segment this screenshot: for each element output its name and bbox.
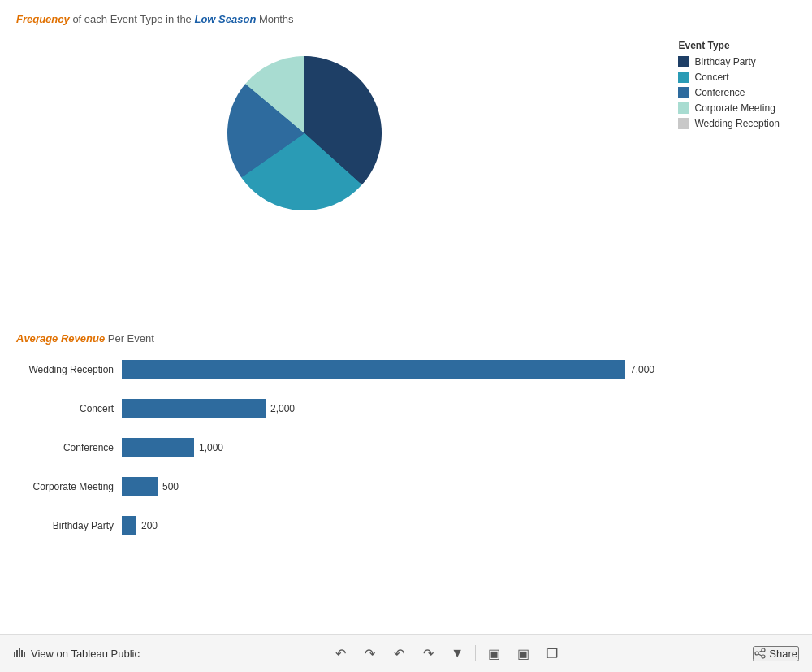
pie-section: Event Type Birthday Party Concert Confer…: [16, 32, 796, 324]
fullscreen-button[interactable]: ❐: [541, 642, 564, 665]
bar-row: Conference1,000: [16, 436, 796, 460]
svg-rect-3: [21, 650, 23, 657]
legend-label-corporate: Corporate Meeting: [694, 102, 775, 114]
view2-button[interactable]: ▣: [512, 642, 534, 665]
bar-section: Average Revenue Per Event Wedding Recept…: [16, 332, 796, 538]
bar-title-suffix: Per Event: [108, 332, 154, 345]
bar-value: 200: [141, 520, 158, 531]
toolbar-left: View on Tableau Public: [13, 647, 140, 660]
svg-rect-0: [14, 652, 15, 657]
share-icon: [754, 648, 766, 659]
undo-button[interactable]: ↶: [329, 642, 352, 665]
svg-point-5: [762, 648, 765, 652]
toolbar-right: Share: [753, 646, 799, 661]
legend-label-concert: Concert: [694, 72, 728, 83]
bar-value: 1,000: [199, 442, 223, 453]
bar-value: 500: [162, 481, 179, 492]
title-suffix: Months: [259, 13, 294, 25]
bar-chart-title: Average Revenue Per Event: [16, 332, 796, 345]
toolbar-divider: [475, 645, 476, 661]
legend-label-conference: Conference: [694, 87, 745, 98]
bar-label: Conference: [16, 442, 122, 453]
pie-chart-container: [219, 48, 390, 222]
bar-row: Birthday Party200: [16, 514, 796, 538]
bar-label: Birthday Party: [16, 520, 122, 531]
view-button[interactable]: ▣: [482, 642, 505, 665]
bar-fill: [122, 477, 158, 496]
legend-color-conference: [678, 87, 689, 98]
svg-point-6: [762, 655, 765, 658]
bar-fill: [122, 438, 194, 457]
share-button[interactable]: Share: [753, 646, 799, 661]
svg-line-8: [758, 651, 762, 652]
bar-chart: Wedding Reception7,000Concert2,000Confer…: [16, 358, 796, 538]
share-label: Share: [769, 648, 797, 660]
dropdown-button[interactable]: ▼: [446, 642, 469, 665]
tableau-link[interactable]: View on Tableau Public: [31, 648, 140, 660]
legend-item-conference: Conference: [678, 87, 780, 98]
bar-value: 7,000: [630, 364, 654, 375]
tableau-icon: [13, 647, 26, 660]
bar-label: Concert: [16, 403, 122, 414]
legend: Event Type Birthday Party Concert Confer…: [678, 40, 780, 133]
bar-row: Concert2,000: [16, 397, 796, 421]
legend-item-birthday: Birthday Party: [678, 56, 780, 67]
legend-item-corporate: Corporate Meeting: [678, 102, 780, 114]
legend-color-corporate: [678, 102, 689, 114]
bar-label: Wedding Reception: [16, 364, 122, 375]
redo2-button[interactable]: ↷: [417, 642, 439, 665]
legend-item-wedding: Wedding Reception: [678, 118, 780, 129]
svg-line-9: [758, 654, 762, 656]
undo2-button[interactable]: ↶: [387, 642, 410, 665]
title-frequency: Frequency: [16, 13, 70, 25]
svg-rect-4: [24, 652, 25, 657]
bar-row: Corporate Meeting500: [16, 475, 796, 499]
bar-track: 7,000: [122, 360, 796, 379]
bar-fill: [122, 516, 136, 535]
pie-chart-title: Frequency of each Event Type in the Low …: [16, 13, 796, 25]
bar-value: 2,000: [270, 403, 295, 414]
legend-color-wedding: [678, 118, 689, 129]
bar-label: Corporate Meeting: [16, 481, 122, 492]
legend-label-birthday: Birthday Party: [694, 56, 755, 67]
legend-title: Event Type: [678, 40, 780, 51]
bar-track: 500: [122, 477, 796, 496]
bar-track: 2,000: [122, 399, 796, 418]
bar-track: 200: [122, 516, 796, 535]
toolbar: View on Tableau Public ↶ ↷ ↶ ↷ ▼ ▣ ▣ ❐ S…: [0, 634, 812, 672]
bar-fill: [122, 360, 625, 379]
legend-label-wedding: Wedding Reception: [694, 118, 780, 129]
bar-title-avg: Average Revenue: [16, 332, 105, 345]
svg-rect-1: [16, 650, 18, 657]
legend-color-concert: [678, 72, 689, 83]
title-middle: of each Event Type in the: [72, 13, 194, 25]
svg-point-7: [755, 652, 758, 655]
svg-rect-2: [19, 648, 20, 657]
bar-fill: [122, 399, 266, 418]
bar-track: 1,000: [122, 438, 796, 457]
legend-item-concert: Concert: [678, 72, 780, 83]
title-season: Low Season: [194, 13, 256, 25]
bar-row: Wedding Reception7,000: [16, 358, 796, 382]
pie-chart-overlay: [219, 48, 390, 219]
toolbar-center: ↶ ↷ ↶ ↷ ▼ ▣ ▣ ❐: [329, 642, 564, 665]
main-content: Frequency of each Event Type in the Low …: [0, 0, 812, 634]
redo-button[interactable]: ↷: [358, 642, 381, 665]
legend-color-birthday: [678, 56, 689, 67]
